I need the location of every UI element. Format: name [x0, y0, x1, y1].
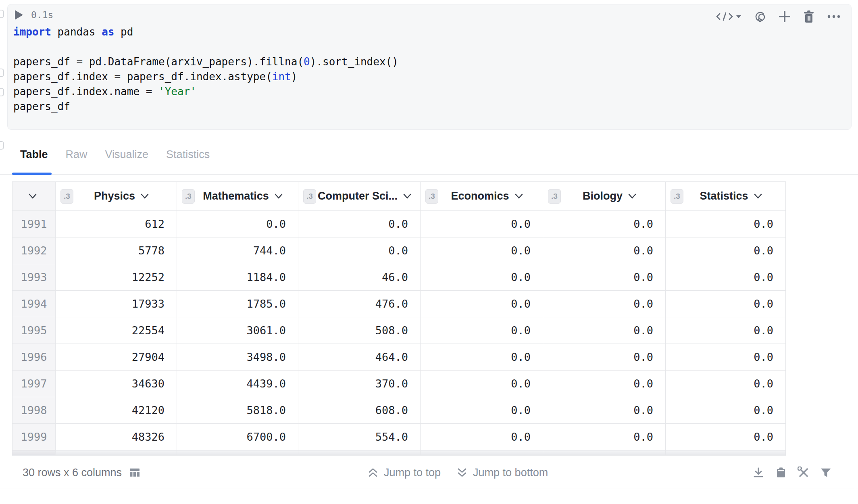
table-cell[interactable]: 612: [56, 211, 177, 237]
table-cell[interactable]: 0.0: [543, 371, 666, 397]
column-header-computer-sci[interactable]: .3Computer Sci...: [298, 182, 421, 211]
more-options-button[interactable]: [827, 10, 841, 23]
column-header-economics[interactable]: .3Economics: [421, 182, 543, 211]
active-tab-underline: [12, 173, 52, 175]
table-cell[interactable]: 464.0: [298, 344, 421, 371]
tab-strip-divider: [0, 174, 858, 175]
chevron-down-icon: [628, 194, 636, 199]
index-column-header[interactable]: [12, 182, 56, 211]
table-cell[interactable]: 0.0: [543, 264, 666, 291]
column-header-mathematics[interactable]: .3Mathematics: [177, 182, 298, 211]
table-cell[interactable]: 0.0: [666, 344, 786, 371]
row-index[interactable]: 1994: [12, 291, 56, 317]
filter-button[interactable]: [820, 467, 831, 478]
table-cell[interactable]: 0.0: [666, 424, 786, 450]
table-cell[interactable]: 46.0: [298, 264, 421, 291]
table-cell[interactable]: 554.0: [298, 424, 421, 450]
table-cell[interactable]: 3498.0: [177, 344, 298, 371]
code-line: import pandas as pd: [13, 25, 398, 40]
table-cell[interactable]: 12252: [56, 264, 177, 291]
column-header-statistics[interactable]: .3Statistics: [666, 182, 786, 211]
copy-button[interactable]: [775, 467, 787, 479]
table-cell[interactable]: 0.0: [543, 291, 666, 317]
row-index[interactable]: 1995: [12, 317, 56, 344]
table-cell[interactable]: 508.0: [298, 317, 421, 344]
table-cell[interactable]: 0.0: [421, 371, 543, 397]
table-cell[interactable]: 34630: [56, 371, 177, 397]
table-cell[interactable]: 0.0: [543, 397, 666, 424]
row-index[interactable]: 1996: [12, 344, 56, 371]
row-index[interactable]: 1992: [12, 237, 56, 264]
table-cell[interactable]: 0.0: [666, 237, 786, 264]
table-cell[interactable]: 27904: [56, 344, 177, 371]
add-cell-button[interactable]: [779, 10, 791, 23]
row-index[interactable]: 1997: [12, 371, 56, 397]
table-cell[interactable]: 476.0: [298, 291, 421, 317]
table-cell[interactable]: 0.0: [543, 424, 666, 450]
table-cell[interactable]: 0.0: [543, 344, 666, 371]
table-cell[interactable]: 0.0: [543, 317, 666, 344]
run-cell-button[interactable]: [14, 9, 25, 21]
table-cell[interactable]: 0.0: [421, 237, 543, 264]
table-cell[interactable]: 4439.0: [177, 371, 298, 397]
delete-cell-button[interactable]: [803, 10, 815, 23]
tab-statistics[interactable]: Statistics: [166, 148, 210, 161]
comment-bubble-icon[interactable]: [0, 141, 4, 150]
tab-raw[interactable]: Raw: [66, 148, 87, 161]
row-index[interactable]: 1999: [12, 424, 56, 450]
row-index[interactable]: 1993: [12, 264, 56, 291]
jump-to-top-button[interactable]: Jump to top: [368, 467, 441, 479]
table-cell[interactable]: 0.0: [666, 264, 786, 291]
jump-to-bottom-button[interactable]: Jump to bottom: [457, 467, 548, 479]
table-cell[interactable]: 0.0: [666, 291, 786, 317]
row-index[interactable]: 1998: [12, 397, 56, 424]
table-cell[interactable]: 0.0: [421, 424, 543, 450]
comment-bubble-icon[interactable]: [0, 10, 4, 18]
tab-visualize[interactable]: Visualize: [105, 148, 149, 161]
cell-type-dropdown-button[interactable]: [716, 10, 741, 23]
table-cell[interactable]: 22554: [56, 317, 177, 344]
tab-table[interactable]: Table: [20, 148, 48, 161]
column-header-biology[interactable]: .3Biology: [543, 182, 666, 211]
table-cell[interactable]: 1785.0: [177, 291, 298, 317]
table-cell[interactable]: 608.0: [298, 397, 421, 424]
table-cell[interactable]: 0.0: [421, 317, 543, 344]
export-button[interactable]: [752, 467, 764, 479]
code-editor[interactable]: import pandas as pd papers_df = pd.DataF…: [13, 25, 398, 114]
table-cell[interactable]: 6700.0: [177, 424, 298, 450]
table-cell[interactable]: 0.0: [543, 211, 666, 237]
table-cell[interactable]: 0.0: [421, 344, 543, 371]
table-cell[interactable]: 0.0: [666, 371, 786, 397]
table-cell[interactable]: 0.0: [543, 237, 666, 264]
table-cell[interactable]: 5818.0: [177, 397, 298, 424]
comment-bubble-icon[interactable]: [0, 88, 4, 96]
table-cell[interactable]: 0.0: [666, 317, 786, 344]
table-cell[interactable]: 0.0: [298, 211, 421, 237]
table-cell[interactable]: 17933: [56, 291, 177, 317]
code-line: papers_df = pd.DataFrame(arxiv_papers).f…: [13, 54, 398, 69]
table-row: 1996279043498.0464.00.00.00.0: [12, 344, 786, 371]
table-cell[interactable]: 0.0: [298, 237, 421, 264]
table-cell[interactable]: 0.0: [421, 291, 543, 317]
table-cell[interactable]: 0.0: [177, 211, 298, 237]
table-cell[interactable]: 370.0: [298, 371, 421, 397]
table-cell[interactable]: 744.0: [177, 237, 298, 264]
table-cell[interactable]: 5778: [56, 237, 177, 264]
table-cell[interactable]: 0.0: [421, 211, 543, 237]
settings-button[interactable]: [798, 467, 810, 479]
table-cell[interactable]: 1184.0: [177, 264, 298, 291]
table-cell[interactable]: 0.0: [421, 397, 543, 424]
table-cell[interactable]: 0.0: [666, 397, 786, 424]
ai-spiral-icon: [754, 10, 766, 23]
table-cell[interactable]: 42120: [56, 397, 177, 424]
table-cell[interactable]: 0.0: [666, 211, 786, 237]
ai-assistant-button[interactable]: [754, 10, 766, 23]
comment-bubble-icon[interactable]: [0, 69, 4, 77]
column-header-physics[interactable]: .3Physics: [56, 182, 177, 211]
columns-icon[interactable]: [129, 467, 140, 478]
table-cell[interactable]: 0.0: [421, 264, 543, 291]
row-index[interactable]: 1991: [12, 211, 56, 237]
table-row: 1999483266700.0554.00.00.00.0: [12, 424, 786, 450]
table-cell[interactable]: 48326: [56, 424, 177, 450]
table-cell[interactable]: 3061.0: [177, 317, 298, 344]
